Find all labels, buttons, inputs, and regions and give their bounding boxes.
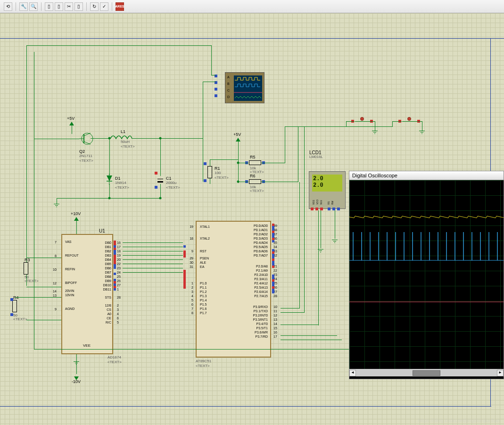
- u2-part: AT89C51: [196, 359, 211, 363]
- r6-ref: R6: [250, 174, 256, 178]
- lcd-line2: 2.0: [313, 182, 341, 189]
- osc-scroll-thumb[interactable]: [413, 370, 441, 376]
- sheet-border-top: [0, 38, 504, 39]
- label-n10v: -10V: [72, 379, 81, 384]
- tool-btn-1[interactable]: ⟲: [4, 2, 12, 11]
- l1-part: 50uH: [121, 140, 130, 144]
- scope-port-d: D: [227, 95, 230, 99]
- resistor-r3[interactable]: [24, 262, 28, 275]
- scope-pin-c: [215, 88, 217, 91]
- r1-text: <TEXT>: [215, 175, 229, 180]
- resistor-r4[interactable]: [12, 300, 17, 312]
- label-5v-center: +5V: [233, 132, 241, 137]
- tool-btn-cut[interactable]: ✂: [65, 2, 73, 11]
- d1-ref: D1: [115, 176, 121, 181]
- osc-scroll-left[interactable]: ◄: [349, 370, 356, 376]
- oscilloscope-screen: [349, 180, 504, 369]
- l1-text: <TEXT>: [121, 144, 135, 149]
- tool-btn-ares[interactable]: ARES: [116, 2, 124, 11]
- u2-left-names: XTAL1XTAL2RSTPSENALEEAP1.0P1.1P1.2P1.3P1…: [200, 225, 210, 315]
- tool-btn-check[interactable]: ✓: [100, 2, 108, 11]
- lcd-line1: 2.0: [313, 175, 341, 182]
- r1-part: 100: [215, 171, 221, 175]
- sheet-border-bottom: [0, 406, 491, 407]
- u1-part: AD1674: [107, 355, 121, 359]
- r6-text: <TEXT>: [250, 189, 264, 193]
- tool-btn-doc3[interactable]: ▯: [74, 2, 83, 11]
- tool-btn-doc1[interactable]: ▯: [45, 2, 53, 11]
- resistor-r6[interactable]: [249, 179, 261, 184]
- resistor-r5[interactable]: [249, 160, 261, 165]
- r4-ref: R4: [13, 295, 19, 300]
- q2-text: <TEXT>: [79, 158, 93, 163]
- mini-scope-screen: [234, 75, 262, 101]
- q2-ref: Q2: [79, 149, 85, 154]
- scope-port-b: B: [227, 82, 230, 85]
- u1-text: <TEXT>: [107, 360, 122, 364]
- oscilloscope-component[interactable]: A B C D: [225, 72, 264, 103]
- diode-d1[interactable]: [106, 174, 113, 185]
- r1-ref: R1: [215, 166, 220, 171]
- c1-part: 2000u: [166, 181, 176, 185]
- u1-left-pins: VAS REFOUT REFIN BIPOFF 20VIN 10VIN AGND: [65, 240, 79, 311]
- l1-ref: L1: [121, 129, 125, 134]
- watermark: https://blog.csdn.net/jingdianjiuchan: [418, 417, 500, 423]
- resistor-r1[interactable]: [207, 166, 212, 178]
- tool-btn-refresh[interactable]: ↻: [90, 2, 99, 11]
- osc-scroll-right[interactable]: ►: [497, 370, 504, 376]
- c1-ref: C1: [166, 176, 172, 181]
- capacitor-c1[interactable]: [157, 176, 163, 184]
- oscilloscope-window[interactable]: Digital Oscilloscope ◄ ►: [349, 171, 504, 379]
- label-5v-left: +5V: [67, 116, 74, 121]
- oscilloscope-scrollbar[interactable]: ◄ ►: [349, 369, 504, 376]
- d1-text: <TEXT>: [115, 185, 129, 190]
- u2-right-names: P0.0/AD0P0.1/AD1P0.2/AD2P0.3/AD3P0.4/AD4…: [245, 224, 268, 339]
- scope-port-a: A: [227, 75, 230, 79]
- u2-text: <TEXT>: [196, 364, 210, 368]
- u1-ref: U1: [99, 228, 105, 233]
- u1-right-nums: 161718192022232425262712823465: [117, 241, 121, 325]
- c1-text: <TEXT>: [166, 185, 180, 190]
- u1-right-names: DB0DB1DB2DB3DB4DB5DB6DB7DB8DB9DB10DB11ST…: [96, 241, 111, 325]
- label-10v: +10V: [71, 211, 81, 216]
- lcd-component[interactable]: 2.0 2.0 VSS VDD VEE RS RW: [309, 171, 346, 209]
- r5-ref: R5: [250, 155, 256, 159]
- tool-btn-wrench[interactable]: 🔧: [19, 2, 28, 11]
- pushbutton-2[interactable]: [402, 118, 416, 125]
- scope-port-c: C: [227, 89, 230, 92]
- toolbar: ⟲ 🔧 🔍 ▯ ▯ ✂ ▯ ↻ ✓ ARES: [0, 0, 504, 13]
- q2-part: 2N1711: [79, 154, 92, 158]
- d1-part: 1N914: [115, 181, 126, 185]
- oscilloscope-title: Digital Oscilloscope: [349, 171, 504, 180]
- tool-btn-find[interactable]: 🔍: [29, 2, 38, 11]
- lcd-part: LM016L: [309, 155, 323, 159]
- tool-btn-doc2[interactable]: ▯: [55, 2, 63, 11]
- pushbutton-1[interactable]: [355, 118, 369, 125]
- scope-pin-d: [215, 94, 217, 97]
- u1-vee: VEE: [83, 343, 91, 348]
- schematic-canvas[interactable]: A B C D +5V Q2 2N1711 <TEXT>: [0, 13, 504, 425]
- r3-ref: R3: [25, 258, 30, 262]
